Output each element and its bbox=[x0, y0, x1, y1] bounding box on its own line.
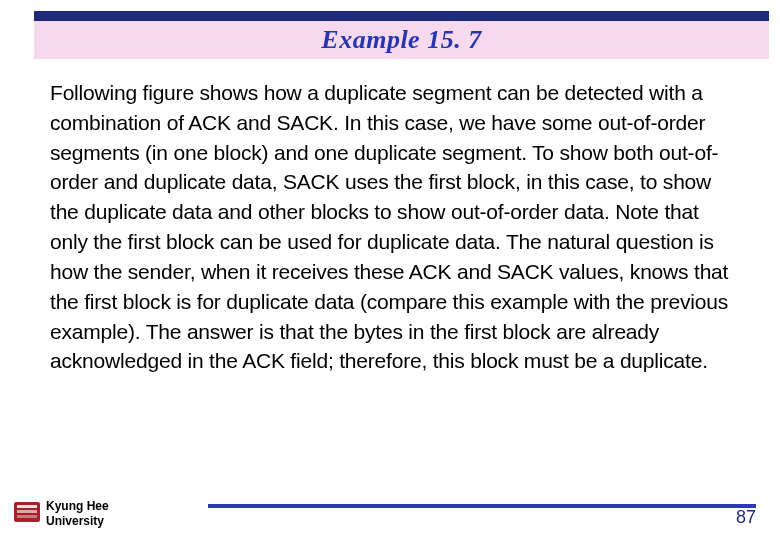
slide-title: Example 15. 7 bbox=[321, 25, 481, 55]
footer-rule bbox=[208, 504, 756, 508]
body-paragraph: Following figure shows how a duplicate s… bbox=[50, 78, 742, 376]
svg-rect-1 bbox=[17, 505, 37, 508]
university-name-line1: Kyung Hee bbox=[46, 499, 109, 513]
svg-rect-2 bbox=[17, 510, 37, 513]
svg-rect-3 bbox=[17, 515, 37, 518]
footer: Kyung Hee University 87 bbox=[0, 492, 780, 530]
title-band: Example 15. 7 bbox=[34, 21, 769, 59]
page-number: 87 bbox=[736, 507, 756, 528]
top-accent-bar bbox=[34, 11, 769, 21]
university-name-line2: University bbox=[46, 514, 109, 528]
slide: Example 15. 7 Following figure shows how… bbox=[0, 0, 780, 540]
university-name: Kyung Hee University bbox=[46, 499, 109, 528]
university-crest-icon bbox=[12, 498, 42, 526]
